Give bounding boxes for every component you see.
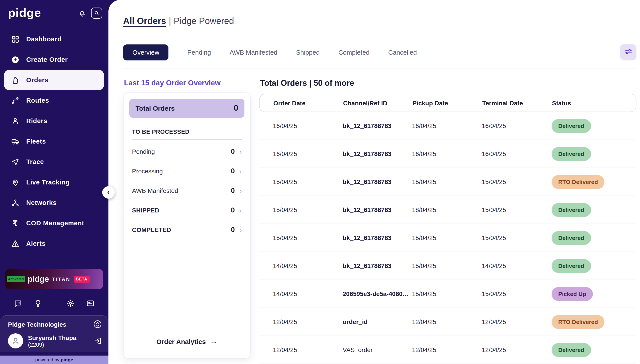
- sidebar-item-riders[interactable]: Riders: [0, 111, 108, 131]
- sidebar-item-cod-management[interactable]: ₹ COD Management: [0, 213, 108, 233]
- pickup-date-cell: 15/04/25: [412, 290, 482, 297]
- overview-rows: Pending 0› Processing 0› AWB Manifested …: [129, 142, 244, 240]
- sidebar-item-networks[interactable]: Networks: [0, 192, 108, 213]
- sidebar-item-live-tracking[interactable]: Live Tracking: [0, 172, 108, 192]
- overview-row-processing[interactable]: Processing 0›: [129, 161, 244, 181]
- order-date-cell: 14/04/25: [273, 290, 343, 297]
- user-profile-row[interactable]: Suryansh Thapa (2209): [8, 333, 102, 348]
- sidebar-item-dashboard[interactable]: Dashboard: [0, 29, 108, 49]
- gear-icon: [66, 299, 74, 307]
- channel-ref-link[interactable]: bk_12_61788783: [343, 150, 392, 157]
- sidebar-item-alerts[interactable]: Alerts: [0, 233, 108, 254]
- overview-row-label: SHIPPED: [132, 207, 159, 214]
- ideas-button[interactable]: [34, 299, 42, 307]
- pickup-date-cell: 16/04/25: [412, 122, 482, 129]
- billing-card-button[interactable]: [86, 299, 95, 307]
- sidebar-item-fleets[interactable]: Fleets: [0, 131, 108, 152]
- tab-completed[interactable]: Completed: [338, 49, 370, 56]
- status-badge: Delivered: [552, 231, 591, 245]
- table-row[interactable]: 12/04/25 VAS_order 12/04/25 12/04/25 Del…: [259, 336, 636, 364]
- sidebar-collapse-button[interactable]: ‹: [102, 186, 115, 199]
- table-header-row: Order Date Channel/Ref ID Pickup Date Te…: [259, 94, 636, 112]
- order-date-cell: 12/04/25: [273, 318, 343, 325]
- tab-awb-manifested[interactable]: AWB Manifested: [230, 49, 277, 56]
- channel-ref-link[interactable]: bk_12_61788783: [343, 206, 392, 213]
- order-analytics-label: Order Analytics: [156, 338, 206, 345]
- channel-ref-link[interactable]: 206595e3-de5a-4080…: [343, 290, 409, 297]
- channel-ref-link[interactable]: bk_12_61788783: [343, 122, 392, 129]
- terminal-date-cell: 15/04/25: [482, 290, 552, 297]
- channel-ref-link[interactable]: bk_12_61788783: [343, 262, 392, 269]
- column-header-status: Status: [552, 99, 636, 106]
- tab-overview[interactable]: Overview: [123, 44, 169, 60]
- powered-by-brand: pidge: [61, 357, 73, 362]
- table-row[interactable]: 15/04/25 bk_12_61788783 18/04/25 15/04/2…: [259, 196, 636, 224]
- feedback-button[interactable]: [14, 299, 22, 307]
- table-row[interactable]: 14/04/25 206595e3-de5a-4080… 15/04/25 15…: [259, 280, 636, 308]
- table-row[interactable]: 12/04/25 order_id 12/04/25 12/04/25 RTO …: [259, 308, 636, 336]
- sidebar-item-label: Routes: [26, 97, 49, 104]
- overview-card: Total Orders 0 TO BE PROCESSED Pending 0…: [123, 92, 251, 359]
- logout-icon: [93, 336, 102, 345]
- table-row[interactable]: 14/04/25 bk_12_61788783 15/04/25 14/04/2…: [259, 252, 636, 280]
- search-button[interactable]: [91, 8, 102, 19]
- titan-banner[interactable]: Activated ✦ pidge TITAN BETA: [5, 269, 103, 289]
- filter-button[interactable]: [620, 44, 636, 60]
- status-badge: RTO Delivered: [552, 175, 605, 189]
- sidebar-item-orders[interactable]: Orders: [4, 70, 104, 90]
- sidebar-item-create-order[interactable]: Create Order: [0, 49, 108, 70]
- channel-ref-link[interactable]: bk_12_61788783: [343, 178, 392, 185]
- terminal-date-cell: 14/04/25: [482, 262, 552, 269]
- terminal-date-cell: 16/04/25: [482, 122, 552, 129]
- channel-ref-link[interactable]: bk_12_61788783: [343, 234, 392, 241]
- user-info: Suryansh Thapa (2209): [28, 334, 93, 348]
- overview-row-completed[interactable]: COMPLETED 0›: [129, 220, 244, 240]
- organization-switcher-button[interactable]: [93, 320, 102, 329]
- bell-icon: [78, 9, 87, 18]
- sidebar-item-label: Create Order: [26, 56, 68, 63]
- pickup-date-cell: 15/04/25: [412, 178, 482, 185]
- tabs-divider: [123, 68, 636, 68]
- warning-triangle-icon: [11, 239, 20, 248]
- total-orders-row[interactable]: Total Orders 0: [129, 99, 244, 118]
- sidebar-item-label: Dashboard: [26, 36, 62, 43]
- sidebar-item-label: Riders: [26, 117, 47, 124]
- sidebar-item-label: Trace: [26, 158, 44, 165]
- routes-icon: [11, 96, 20, 105]
- overview-heading: Last 15 day Order Overview: [123, 79, 251, 87]
- logout-button[interactable]: [93, 336, 102, 345]
- channel-ref-link[interactable]: order_id: [343, 318, 368, 325]
- channel-ref-link[interactable]: VAS_order: [343, 346, 373, 353]
- organization-row[interactable]: Pidge Technologies: [8, 320, 102, 329]
- overview-row-pending[interactable]: Pending 0›: [129, 142, 244, 161]
- overview-row-shipped[interactable]: SHIPPED 0›: [129, 200, 244, 220]
- notifications-button[interactable]: [78, 9, 87, 18]
- location-pin-icon: [11, 178, 20, 187]
- order-analytics-link[interactable]: Order Analytics →: [154, 336, 220, 349]
- search-icon: [91, 8, 102, 19]
- tab-cancelled[interactable]: Cancelled: [388, 49, 417, 56]
- settings-button[interactable]: [66, 299, 74, 307]
- terminal-date-cell: 15/04/25: [482, 234, 552, 241]
- rider-icon: [11, 116, 20, 125]
- pickup-date-cell: 12/04/25: [412, 318, 482, 325]
- table-row[interactable]: 16/04/25 bk_12_61788783 16/04/25 16/04/2…: [259, 112, 636, 140]
- order-date-cell: 14/04/25: [273, 262, 343, 269]
- chevron-right-icon: ›: [239, 206, 242, 214]
- titan-activated-badge: Activated: [7, 276, 25, 282]
- sidebar-item-trace[interactable]: Trace: [0, 152, 108, 172]
- rupee-icon: ₹: [11, 219, 20, 228]
- status-badge: Picked Up: [552, 287, 593, 301]
- sidebar-item-routes[interactable]: Routes: [0, 90, 108, 111]
- content-area: Last 15 day Order Overview Total Orders …: [123, 79, 636, 364]
- tab-shipped[interactable]: Shipped: [296, 49, 320, 56]
- status-badge: Delivered: [552, 203, 591, 217]
- table-row[interactable]: 15/04/25 bk_12_61788783 15/04/25 15/04/2…: [259, 168, 636, 196]
- plus-circle-icon: [11, 55, 20, 64]
- overview-row-awb-manifested[interactable]: AWB Manifested 0›: [129, 181, 244, 200]
- tab-pending[interactable]: Pending: [187, 49, 211, 56]
- network-nodes-icon: [11, 198, 20, 207]
- table-row[interactable]: 15/04/25 bk_12_61788783 15/04/25 15/04/2…: [259, 224, 636, 252]
- arrow-right-icon: →: [210, 337, 217, 346]
- table-row[interactable]: 16/04/25 bk_12_61788783 16/04/25 16/04/2…: [259, 140, 636, 168]
